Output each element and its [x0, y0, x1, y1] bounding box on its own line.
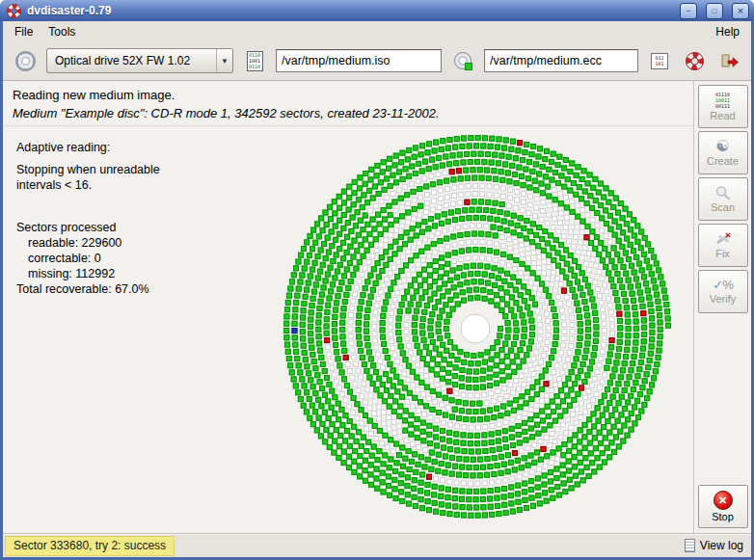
fix-button[interactable]: Fix [698, 224, 748, 267]
action-sidebar: 011101001100111 Read Create Scan [693, 81, 751, 533]
scan-icon [714, 185, 732, 200]
view-log-label: View log [700, 539, 743, 552]
read-button-label: Read [710, 110, 735, 121]
ecc-path-input[interactable] [484, 49, 638, 72]
scan-button[interactable]: Scan [698, 177, 748, 221]
sectors-processed-title: Sectors processed [16, 220, 160, 235]
help-button[interactable] [680, 46, 709, 75]
total-recoverable: Total recoverable: 67.0% [16, 281, 160, 297]
app-icon [7, 4, 21, 18]
read-button[interactable]: 011101001100111 Read [698, 85, 748, 128]
sectors-correctable: correctable: 0 [16, 251, 160, 266]
verify-icon [713, 279, 732, 292]
image-file-icon: 011010010110 [247, 51, 263, 71]
preferences-icon: 011101 [651, 53, 668, 69]
image-file-button[interactable]: 011010010110 [240, 46, 269, 75]
create-icon [715, 139, 729, 154]
status-line-2: Medium "Example disc": CD-R mode 1, 3425… [13, 106, 684, 120]
minimize-button[interactable] [680, 3, 697, 19]
titlebar[interactable]: dvdisaster-0.79 [0, 0, 754, 21]
ecc-file-button[interactable] [448, 46, 477, 75]
ecc-file-icon [454, 52, 471, 69]
create-button[interactable]: Create [698, 131, 748, 174]
adaptive-reading-title: Adaptive reading: [16, 140, 160, 155]
statusbar: Sector 333680, try 2: success View log [3, 533, 751, 557]
main-panel: Reading new medium image. Medium "Exampl… [3, 81, 693, 533]
iso-path-input[interactable] [276, 49, 442, 72]
create-button-label: Create [707, 155, 739, 167]
drive-select[interactable]: Optical drive 52X FW 1.02 [46, 48, 233, 73]
menubar: File Tools Help [3, 21, 751, 41]
scan-button-label: Scan [711, 201, 735, 213]
menu-help[interactable]: Help [708, 23, 747, 40]
maximize-button[interactable] [706, 3, 723, 19]
preferences-button[interactable]: 011101 [645, 46, 674, 75]
verify-button[interactable]: Verify [698, 270, 748, 313]
life-ring-icon [686, 52, 704, 70]
fix-icon [714, 231, 732, 247]
sectors-readable: readable: 229600 [16, 235, 160, 251]
stop-button[interactable]: Stop [698, 485, 748, 528]
window-title: dvdisaster-0.79 [27, 4, 671, 17]
close-button[interactable] [732, 3, 749, 19]
status-area: Reading new medium image. Medium "Exampl… [3, 81, 693, 126]
reading-info-panel: Adaptive reading: Stopping when unreadab… [16, 140, 160, 297]
quit-button[interactable] [714, 46, 743, 75]
chevron-down-icon [216, 49, 232, 72]
menu-file[interactable]: File [7, 23, 40, 40]
stopping-line-1: Stopping when unreadable [16, 162, 160, 177]
disc-drive-icon [15, 51, 36, 71]
sectors-missing: missing: 112992 [16, 266, 160, 281]
status-message: Sector 333680, try 2: success [5, 536, 175, 556]
drive-select-button[interactable] [11, 46, 40, 75]
stopping-line-2: intervals < 16. [16, 177, 160, 193]
read-icon: 011101001100111 [715, 92, 730, 109]
status-line-1: Reading new medium image. [13, 88, 684, 102]
quit-icon [720, 52, 739, 69]
app-window: dvdisaster-0.79 File Tools Help Optical … [0, 0, 754, 560]
fix-button-label: Fix [715, 248, 730, 259]
stop-icon [714, 491, 733, 510]
verify-button-label: Verify [710, 293, 737, 305]
drive-select-value: Optical drive 52X FW 1.02 [55, 54, 216, 67]
menu-tools[interactable]: Tools [40, 23, 83, 40]
stop-button-label: Stop [712, 511, 734, 522]
log-page-icon [685, 539, 695, 552]
work-area: Adaptive reading: Stopping when unreadab… [3, 126, 693, 533]
view-log-button[interactable]: View log [685, 539, 743, 552]
toolbar: Optical drive 52X FW 1.02 011010010110 0… [3, 41, 751, 81]
disc-spiral-visualization [273, 128, 678, 529]
